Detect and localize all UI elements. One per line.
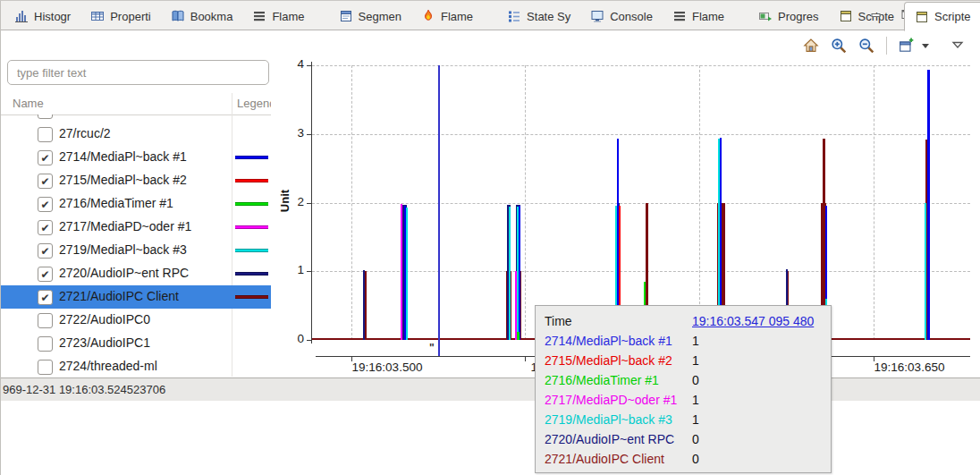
tooltip-row: Time19:16:03.547 095 480: [545, 311, 831, 331]
tooltip-series-label: 2715/MediaPl~back #2: [545, 353, 692, 368]
tooltip-series-label: 2717/MediaPD~oder #1: [545, 393, 692, 407]
view-menu-icon[interactable]: [950, 38, 967, 54]
v-gridline: [351, 65, 352, 340]
tab-state-sy[interactable]: State Sy: [497, 2, 580, 30]
fire-icon: [421, 9, 435, 23]
tooltip-value: 1: [692, 393, 831, 407]
tooltip-row: 2720/AudioIP~ent RPC0: [545, 429, 831, 449]
y-axis-tick: [307, 271, 311, 272]
cursor-timestamp: 969-12-31 19:16:03.524523706: [3, 383, 165, 396]
tab-flame[interactable]: Flame: [663, 2, 734, 30]
data-spike: [927, 70, 930, 340]
caret-down-icon[interactable]: [921, 41, 930, 50]
data-spike: [509, 207, 511, 340]
tooltip-series-label: 2720/AudioIP~ent RPC: [545, 432, 692, 446]
tooltip-value: 1: [692, 412, 831, 427]
tooltip-row: 2719/MediaPl~back #31: [545, 410, 831, 429]
tab-label: State Sy: [527, 10, 570, 23]
tooltip-time-link[interactable]: 19:16:03.547 095 480: [692, 314, 831, 328]
tooltip-row: 2717/MediaPD~oder #11: [545, 390, 831, 410]
y-tick-label: 3: [284, 126, 304, 140]
tab-progres[interactable]: Progres: [748, 2, 829, 30]
y-tick-label: 2: [284, 195, 304, 208]
x-tick-label: 19:16:03.650: [860, 360, 959, 374]
tooltip-value: 0: [692, 432, 831, 446]
flame-graph-icon: [672, 9, 687, 23]
tab-label: Flame: [441, 10, 473, 23]
tooltip-row: 2715/MediaPl~back #21: [545, 351, 831, 370]
tab-flame[interactable]: Flame: [411, 2, 483, 30]
bookmarks-icon: [171, 9, 185, 23]
tab-segmen[interactable]: Segmen: [329, 2, 411, 30]
tab-bookma[interactable]: Bookma: [161, 2, 243, 30]
minimize-icon[interactable]: [869, 7, 883, 21]
segment-icon: [339, 9, 353, 23]
zoom-in-icon[interactable]: [831, 38, 847, 54]
properties-icon: [90, 9, 105, 23]
tab-console[interactable]: Console: [580, 2, 663, 30]
y-axis-tick: [307, 65, 311, 66]
toolbar-separator: [886, 37, 887, 55]
data-spike: [363, 270, 365, 340]
y-axis-tick: [307, 134, 311, 135]
h-gridline: [312, 134, 970, 135]
h-gridline: [312, 271, 970, 272]
tab-label: Segmen: [359, 10, 401, 23]
state-system-icon: [507, 9, 521, 23]
tooltip-row: 2721/AudioIPC Client0: [545, 449, 831, 469]
tooltip-row: 2716/MediaTimer #10: [545, 370, 831, 390]
scripted-chart-icon: [915, 10, 929, 24]
tab-label: Scripte: [934, 10, 970, 23]
view-tab-bar: HistogrPropertiBookmaFlameSegmenFlameSta…: [0, 1, 980, 30]
tab-label: Properti: [110, 10, 151, 23]
tab-label: Flame: [692, 10, 724, 23]
data-spike: [406, 208, 408, 340]
tooltip-value: 0: [692, 373, 831, 387]
chart-tooltip: Time19:16:03.547 095 4802714/MediaPl~bac…: [535, 305, 832, 473]
cursor-line: [438, 65, 440, 356]
view-tab-bar-tabs: HistogrPropertiBookmaFlameSegmenFlameSta…: [0, 1, 980, 30]
y-axis-tick: [307, 340, 311, 341]
y-tick-label: 0: [284, 332, 304, 345]
data-spike: [517, 332, 520, 340]
home-icon[interactable]: [803, 38, 819, 54]
tooltip-series-label: Time: [545, 314, 692, 328]
data-spike: [401, 204, 402, 340]
progress-icon: [758, 9, 773, 23]
tooltip-row: 2714/MediaPl~back #11: [545, 331, 831, 351]
tab-label: Histogr: [34, 10, 71, 23]
tooltip-series-label: 2721/AudioIPC Client: [545, 452, 692, 466]
cursor-axis-marker: ": [429, 342, 435, 354]
chart-plot-area[interactable]: Unit 4321019:16:03.50019:16:03.55019:16:…: [0, 1, 980, 475]
tooltip-series-label: 2714/MediaPl~back #1: [545, 334, 692, 348]
tab-scripte[interactable]: Scripte✕: [904, 2, 980, 31]
chart-toolbar: [803, 35, 967, 56]
h-gridline: [312, 203, 970, 204]
v-gridline: [874, 65, 874, 340]
scripted-chart-icon: [839, 9, 853, 23]
data-spike: [519, 206, 520, 340]
tab-label: Flame: [272, 10, 304, 23]
y-tick-label: 4: [284, 57, 304, 71]
tab-flame[interactable]: Flame: [242, 2, 314, 30]
tab-label: Console: [610, 10, 653, 23]
tooltip-value: 0: [692, 452, 831, 466]
tab-label: Bookma: [190, 10, 233, 23]
window-left-border: [0, 1, 1, 475]
data-spike: [515, 271, 517, 340]
y-tick-label: 1: [284, 263, 304, 276]
histogram-icon: [14, 9, 29, 23]
tooltip-series-label: 2719/MediaPl~back #3: [545, 412, 692, 427]
v-gridline: [525, 65, 526, 340]
application-window: HistogrPropertiBookmaFlameSegmenFlameSta…: [0, 0, 980, 475]
new-chart-icon[interactable]: [899, 38, 915, 54]
tab-label: Progres: [778, 10, 819, 23]
tooltip-value: 1: [692, 353, 831, 368]
y-axis-line: [311, 62, 312, 344]
tooltip-value: 1: [692, 334, 831, 348]
y-axis-tick: [307, 203, 311, 204]
tab-histogr[interactable]: Histogr: [4, 2, 80, 30]
zoom-out-icon[interactable]: [858, 38, 874, 54]
tooltip-series-label: 2716/MediaTimer #1: [545, 373, 692, 387]
tab-properti[interactable]: Properti: [80, 2, 161, 30]
